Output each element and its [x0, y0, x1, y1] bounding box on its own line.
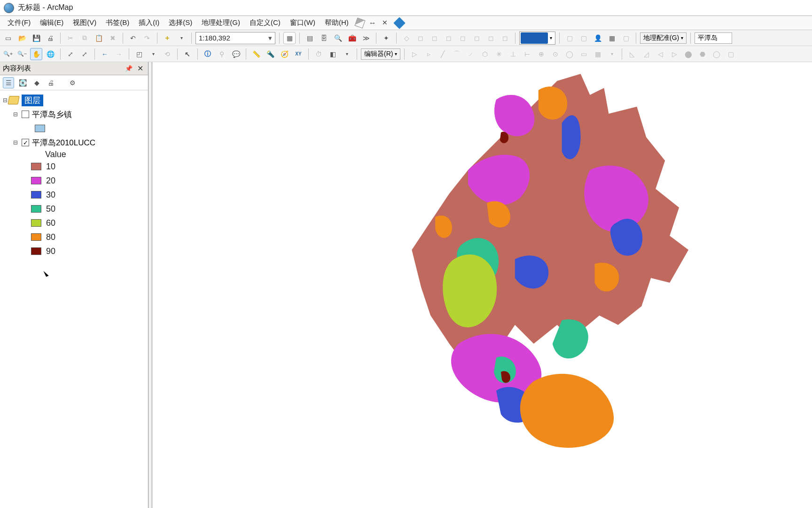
map-area[interactable] [148, 62, 812, 508]
separator [396, 32, 397, 44]
georef-layer-combobox[interactable]: 平潭岛 [695, 32, 732, 44]
editor-toolbar-button[interactable] [283, 32, 296, 44]
add-data-dropdown[interactable] [175, 32, 187, 44]
pencil-icon[interactable] [393, 17, 405, 29]
model-builder-button[interactable] [380, 32, 392, 44]
goto-xy-button[interactable] [292, 48, 304, 60]
python-button[interactable] [360, 32, 372, 44]
redo-button[interactable] [141, 32, 153, 44]
hyperlink-button[interactable]: ⚲ [216, 48, 228, 60]
hammer-icon[interactable] [354, 17, 365, 28]
launcher-combobox[interactable]: ▾ [519, 32, 555, 45]
select-features-dropdown[interactable] [147, 48, 159, 60]
separator [123, 32, 123, 44]
tree-root-row[interactable]: ⊟ 图层 [2, 93, 146, 107]
separator [622, 48, 622, 60]
select-features-button[interactable]: ◰ [133, 48, 145, 60]
print-button[interactable] [44, 32, 56, 44]
menu-select[interactable]: 选择(S) [164, 16, 197, 29]
layer-row-lucc[interactable]: ⊟ 平潭岛2010LUCC [2, 135, 146, 150]
separator [60, 32, 61, 44]
collapse-icon[interactable]: ⊟ [12, 111, 19, 118]
measure-button[interactable] [250, 48, 262, 60]
prev-extent-button[interactable] [99, 48, 111, 60]
html-popup-button[interactable]: 💬 [230, 48, 242, 60]
map-canvas[interactable] [152, 62, 812, 508]
fixed-zoom-in-button[interactable] [64, 48, 77, 60]
clear-selection-button[interactable]: ⟲ [161, 48, 173, 60]
list-by-visibility-button[interactable]: ◆ [31, 77, 42, 88]
fixed-zoom-out-button[interactable] [78, 48, 91, 60]
layer-name-lucc[interactable]: 平潭岛2010LUCC [32, 137, 95, 148]
list-by-source-button[interactable]: 💽 [17, 77, 28, 88]
toc-button[interactable] [304, 32, 316, 44]
collapse-icon[interactable]: ⊟ [12, 139, 19, 146]
fullextent-icon[interactable] [382, 19, 390, 27]
root-label[interactable]: 图层 [22, 95, 43, 106]
find-route-button[interactable]: 🧭 [278, 48, 290, 60]
menu-bookmark[interactable]: 书签(B) [101, 16, 134, 29]
menu-customize[interactable]: 自定义(C) [245, 16, 285, 29]
search-button[interactable] [332, 32, 344, 44]
catalog-button[interactable] [318, 32, 330, 44]
standard-toolbar: 1:180,392 ▾ ◇ ◻ ◻ ◻ ◻ ◻ ◻ ◻ ▾ ▢ ▢ 👤 ▦ ▢ … [0, 30, 812, 46]
layer-row-towns[interactable]: ⊟ 平潭岛乡镇 [2, 107, 146, 121]
new-button[interactable] [2, 32, 14, 44]
layer-checkbox-towns[interactable] [22, 111, 29, 118]
chevron-down-icon: ▾ [681, 35, 683, 40]
map-divider[interactable] [148, 62, 152, 508]
list-by-selection-button[interactable]: 🖨 [45, 77, 56, 88]
menu-help[interactable]: 帮助(H) [320, 16, 353, 29]
copy-button[interactable] [78, 32, 91, 44]
swipe-button[interactable] [327, 48, 339, 60]
pan-icon[interactable] [369, 19, 377, 27]
menu-file[interactable]: 文件(F) [3, 16, 35, 29]
scale-combobox[interactable]: 1:180,392 ▾ [195, 32, 275, 44]
graphics-tool-d[interactable]: ▦ [606, 32, 618, 44]
save-button[interactable] [30, 32, 42, 44]
collapse-icon[interactable]: ⊟ [2, 97, 8, 103]
options-button[interactable]: ⚙ [67, 77, 78, 88]
delete-button[interactable] [107, 32, 119, 44]
find-button[interactable] [264, 48, 276, 60]
paste-button[interactable] [93, 32, 105, 44]
app-icon [4, 3, 14, 13]
editor-dropdown[interactable]: 编辑器(R) ▾ [361, 48, 400, 60]
pin-icon[interactable]: 📌 [122, 65, 135, 72]
full-extent-button[interactable] [44, 48, 56, 60]
legend-swatch [31, 219, 41, 227]
add-data-button[interactable] [161, 32, 173, 44]
edit-tool-g: ✳ [493, 48, 505, 60]
graphics-tool-c[interactable]: 👤 [592, 32, 604, 44]
zoom-in-button[interactable] [2, 48, 14, 60]
close-icon[interactable]: ✕ [135, 64, 145, 73]
swipe-dropdown[interactable] [341, 48, 353, 60]
georef-tool-h: ◻ [499, 32, 511, 44]
toolbox-button[interactable] [346, 32, 358, 44]
georef-tool-g: ◻ [485, 32, 497, 44]
list-by-drawing-order-button[interactable]: ☰ [3, 77, 14, 88]
menu-window[interactable]: 窗口(W) [285, 16, 320, 29]
identify-button[interactable] [202, 48, 214, 60]
open-button[interactable] [16, 32, 28, 44]
georef-dropdown[interactable]: 地理配准(G) ▾ [640, 32, 687, 44]
toc-tree[interactable]: ⊟ 图层 ⊟ 平潭岛乡镇 ⊟ 平潭岛2010LUCC Value 1020305… [0, 90, 148, 508]
menu-edit[interactable]: 编辑(E) [35, 16, 68, 29]
undo-button[interactable] [127, 32, 139, 44]
layer-checkbox-lucc[interactable] [22, 139, 29, 146]
pointer-button[interactable] [181, 48, 194, 60]
menu-geoprocessing[interactable]: 地理处理(G) [197, 16, 245, 29]
separator [157, 32, 157, 44]
sketch-tool-g: ◯ [710, 48, 723, 60]
menu-view[interactable]: 视图(V) [68, 16, 101, 29]
separator [515, 32, 515, 44]
zoom-out-button[interactable] [16, 48, 28, 60]
layer-name-towns[interactable]: 平潭岛乡镇 [32, 109, 72, 120]
pan-button[interactable] [30, 48, 42, 60]
time-slider-button[interactable] [312, 48, 325, 60]
cut-button[interactable] [64, 32, 77, 44]
next-extent-button[interactable] [113, 48, 125, 60]
sketch-tool-e: ⬤ [682, 48, 695, 60]
menu-insert[interactable]: 插入(I) [134, 16, 164, 29]
legend-row: 50 [2, 202, 146, 216]
